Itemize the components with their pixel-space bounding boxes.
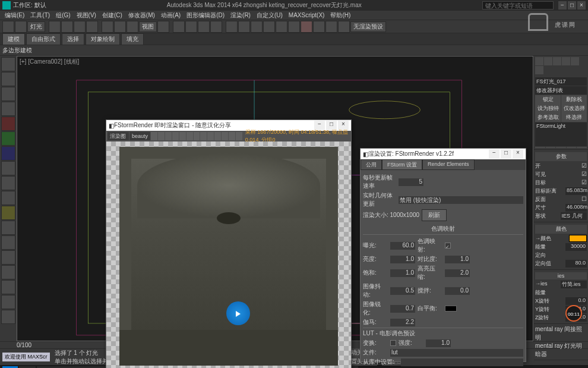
menu-group[interactable]: 组(G) xyxy=(53,11,72,20)
stack-btn[interactable]: 删除栈 xyxy=(561,95,587,104)
menu-create[interactable]: 创建(C) xyxy=(100,11,125,20)
schematic-button[interactable] xyxy=(288,21,300,33)
pivot-button[interactable] xyxy=(157,21,169,33)
toolbar-icon[interactable] xyxy=(200,132,207,140)
redo-button[interactable] xyxy=(15,21,27,33)
spinner[interactable]: 46.008m xyxy=(565,204,587,212)
menu-view[interactable]: 视图(V) xyxy=(74,11,99,20)
render-settings-dialog[interactable]: ◧ 渲染设置: FStormRender v1.2.2f − □ × 公用 FS… xyxy=(360,148,526,362)
lut-file-button[interactable]: lut xyxy=(390,349,523,357)
rollup-mentalray-shader[interactable]: mental ray 灯光明暗器 xyxy=(535,342,587,358)
rollup-ies[interactable]: ies xyxy=(535,272,587,279)
ribbon-tab-selection[interactable]: 选择 xyxy=(62,33,84,45)
configure-icon[interactable] xyxy=(577,147,587,148)
pin-stack-icon[interactable] xyxy=(535,147,545,148)
render-viewport[interactable] xyxy=(106,141,351,368)
modifier-stack[interactable]: FStormLight xyxy=(535,122,587,146)
select-by-name-button[interactable] xyxy=(61,21,73,33)
tool-icon[interactable] xyxy=(1,206,15,220)
curve-editor-button[interactable] xyxy=(276,21,287,33)
render-pass-dropdown[interactable]: beauty xyxy=(129,132,150,140)
ies-file-button[interactable]: 竹简.ies xyxy=(561,281,587,288)
tool-icon[interactable] xyxy=(1,146,15,161)
color-swatch[interactable] xyxy=(445,306,457,312)
tool-icon[interactable] xyxy=(1,235,15,250)
tool-icon[interactable] xyxy=(1,221,15,235)
menu-tools[interactable]: 工具(T) xyxy=(28,11,52,20)
scale-button[interactable] xyxy=(127,21,138,33)
layer-button[interactable] xyxy=(263,21,275,33)
tool-icon[interactable] xyxy=(1,117,15,131)
spinner[interactable]: 1.0 xyxy=(426,339,451,347)
spinner[interactable]: 30000 xyxy=(565,243,587,251)
spinner[interactable]: 0.5 xyxy=(390,287,415,295)
select-region-button[interactable] xyxy=(74,21,86,33)
tool-icon[interactable] xyxy=(1,250,15,265)
tool-icon[interactable] xyxy=(1,280,15,294)
spinner[interactable]: 60.0 xyxy=(390,242,415,250)
rollup-mentalray-indirect[interactable]: mental ray 间接照明 xyxy=(535,325,587,342)
toolbar-icon[interactable] xyxy=(194,132,200,140)
make-unique-icon[interactable] xyxy=(556,147,566,148)
stack-btn[interactable]: 设为独特 xyxy=(535,104,561,113)
stack-btn[interactable]: 终选择 xyxy=(561,113,587,122)
checkbox[interactable]: ☐ xyxy=(581,196,587,203)
checkbox[interactable] xyxy=(390,340,396,346)
maxscript-mini-listener[interactable]: 欢迎使用 MAXScr xyxy=(2,353,50,361)
maximize-button[interactable]: □ xyxy=(568,1,576,10)
render-frame-button[interactable] xyxy=(325,21,337,33)
close-button[interactable]: × xyxy=(577,1,586,10)
tool-icon[interactable] xyxy=(1,102,15,116)
tool-icon[interactable] xyxy=(1,176,15,190)
menu-customize[interactable]: 自定义(U) xyxy=(254,11,285,20)
spinner[interactable]: 1.0 xyxy=(390,256,415,263)
toolbar-icon[interactable] xyxy=(236,132,242,140)
help-search-input[interactable] xyxy=(482,1,554,10)
render-preset-dropdown[interactable]: 无渲染预设 xyxy=(350,21,386,32)
minimize-button[interactable]: − xyxy=(558,1,567,10)
toolbar-icon[interactable] xyxy=(165,132,172,140)
minimize-button[interactable]: − xyxy=(489,149,500,159)
render-button[interactable] xyxy=(338,21,350,33)
toolbar-icon[interactable] xyxy=(179,132,186,140)
select[interactable]: 禁用 (较快渲染) xyxy=(399,196,523,204)
fstorm-realtime-window[interactable]: ◧ FStormRender 即时渲染窗口 - 随意汉化分享 − □ × 渲染图… xyxy=(106,119,352,368)
render-setup-button[interactable] xyxy=(313,21,325,33)
menu-modifiers[interactable]: 修改器(M) xyxy=(126,11,157,20)
toolbar-icon[interactable] xyxy=(214,132,221,140)
angle-snap-button[interactable] xyxy=(185,21,197,33)
selection-filter-dropdown[interactable]: 灯光 xyxy=(27,21,45,32)
rollup-color[interactable]: 颜色 xyxy=(535,225,587,234)
ribbon-tab-objectpaint[interactable]: 对象绘制 xyxy=(86,33,120,45)
percent-snap-button[interactable] xyxy=(198,21,210,33)
show-result-icon[interactable] xyxy=(546,147,556,148)
refresh-button[interactable]: 刷新 xyxy=(422,209,447,221)
tool-icon[interactable] xyxy=(1,265,15,279)
toolbar-icon[interactable] xyxy=(207,132,214,140)
toolbar-icon[interactable] xyxy=(172,132,179,140)
tool-icon[interactable] xyxy=(1,295,15,309)
stack-btn[interactable]: 参考选取 xyxy=(535,113,561,122)
window-crossing-button[interactable] xyxy=(86,21,98,33)
tool-icon[interactable] xyxy=(1,87,15,101)
menu-animation[interactable]: 动画(A) xyxy=(159,11,183,20)
close-button[interactable]: × xyxy=(513,149,523,159)
tab-render-elements[interactable]: Render Elements xyxy=(422,159,475,170)
toolbar-icon[interactable] xyxy=(158,132,165,140)
remove-mod-icon[interactable] xyxy=(567,147,577,148)
toolbar-icon[interactable] xyxy=(222,132,228,140)
stack-btn[interactable]: 仅改选择 xyxy=(561,104,587,113)
align-button[interactable] xyxy=(251,21,263,33)
tab-fstorm[interactable]: FStorm 设置 xyxy=(382,159,422,170)
material-editor-button[interactable] xyxy=(301,21,312,33)
menu-edit[interactable]: 编辑(E) xyxy=(2,11,27,20)
menu-help[interactable]: 帮助(H) xyxy=(328,11,353,20)
named-sel-button[interactable] xyxy=(226,21,238,33)
undo-button[interactable] xyxy=(2,21,14,33)
color-swatch[interactable] xyxy=(569,235,587,242)
modifier-list-dropdown[interactable]: 修改器列表 xyxy=(535,86,587,95)
toolbar-icon[interactable] xyxy=(186,132,193,140)
select-button[interactable] xyxy=(49,21,61,33)
stack-btn[interactable]: 锁定 xyxy=(535,95,561,104)
spinner[interactable]: 80.0 xyxy=(565,260,587,268)
